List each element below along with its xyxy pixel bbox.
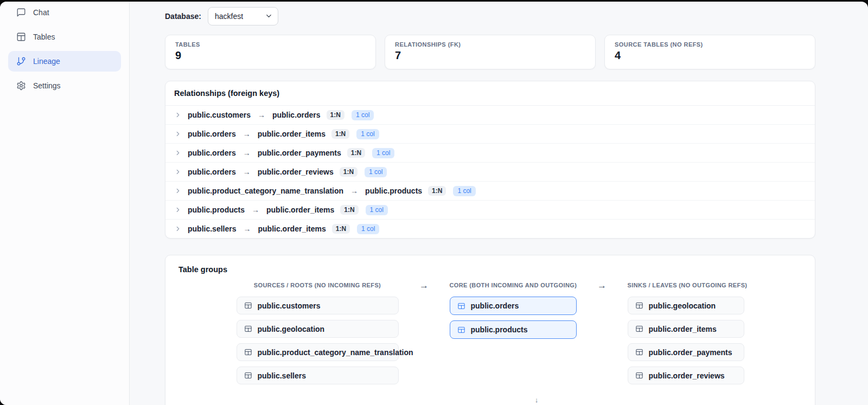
table-grid-icon bbox=[244, 371, 252, 380]
table-chip-label: public.customers bbox=[258, 301, 321, 310]
table-grid-icon bbox=[635, 325, 643, 333]
app-window: Chat Tables Lineage Settings Database: bbox=[0, 2, 868, 405]
chevron-right-icon[interactable] bbox=[174, 130, 182, 138]
cardinality-badge: 1:N bbox=[347, 148, 365, 158]
cardinality-badge: 1:N bbox=[332, 224, 350, 234]
relationships-panel-header: Relationships (foreign keys) bbox=[165, 81, 815, 106]
column-count-badge: 1 col bbox=[453, 186, 475, 196]
table-chip-label: public.order_reviews bbox=[649, 371, 725, 380]
table-grid-icon bbox=[635, 371, 643, 380]
table-chip[interactable]: public.order_items bbox=[628, 320, 744, 338]
chat-icon bbox=[16, 8, 26, 17]
relationships-panel: Relationships (foreign keys) public.cust… bbox=[165, 81, 815, 239]
table-grid-icon bbox=[244, 348, 252, 356]
relationship-target-table: public.order_payments bbox=[258, 149, 341, 157]
relationship-row[interactable]: public.product_category_name_translation… bbox=[165, 182, 815, 201]
table-chip[interactable]: public.order_reviews bbox=[628, 367, 744, 384]
column-count-badge: 1 col bbox=[365, 167, 387, 177]
stat-card-label: TABLES bbox=[175, 41, 366, 48]
tables-icon bbox=[16, 32, 26, 42]
table-chip[interactable]: public.geolocation bbox=[628, 297, 744, 314]
relationship-source-table: public.orders bbox=[188, 149, 236, 157]
stat-card-value: 4 bbox=[615, 49, 805, 62]
arrow-right-icon: → bbox=[242, 224, 252, 233]
relationship-row[interactable]: public.sellers → public.order_items 1:N … bbox=[165, 220, 815, 238]
cardinality-badge: 1:N bbox=[327, 110, 344, 120]
table-chip-label: public.geolocation bbox=[258, 325, 325, 333]
sidebar-item-settings[interactable]: Settings bbox=[8, 75, 121, 96]
stat-cards: TABLES 9 RELATIONSHIPS (FK) 7 SOURCE TAB… bbox=[165, 35, 815, 69]
table-chip[interactable]: public.product_category_name_translation bbox=[237, 343, 399, 361]
arrow-right-icon: → bbox=[242, 168, 252, 176]
table-chip-label: public.geolocation bbox=[649, 301, 716, 310]
chevron-right-icon[interactable] bbox=[174, 168, 182, 176]
table-chip-core[interactable]: public.orders bbox=[450, 297, 577, 315]
cardinality-badge: 1:N bbox=[331, 129, 349, 139]
relationship-row[interactable]: public.orders → public.order_reviews 1:N… bbox=[165, 163, 815, 182]
table-groups-panel: Table groups SOURCES / ROOTS (NO INCOMIN… bbox=[165, 255, 815, 405]
database-select-wrap: hackfest bbox=[208, 7, 278, 25]
arrow-right-icon: → bbox=[349, 187, 359, 195]
sidebar-item-label: Settings bbox=[33, 81, 61, 90]
relationship-source-table: public.sellers bbox=[188, 224, 236, 233]
group-core-list: public.orders public.products bbox=[450, 297, 577, 344]
table-chip-core[interactable]: public.products bbox=[450, 320, 577, 339]
main-content: Database: hackfest TABLES 9 RELATIONS bbox=[130, 2, 868, 405]
table-chip[interactable]: public.geolocation bbox=[237, 320, 399, 338]
arrow-right-icon: → bbox=[257, 111, 266, 119]
chevron-right-icon[interactable] bbox=[174, 225, 182, 233]
cardinality-badge: 1:N bbox=[340, 167, 358, 177]
relationship-source-table: public.customers bbox=[188, 111, 251, 119]
table-chip-label: public.order_items bbox=[649, 325, 717, 333]
settings-icon bbox=[16, 81, 26, 91]
table-grid-icon bbox=[244, 301, 252, 310]
column-count-badge: 1 col bbox=[372, 148, 394, 158]
relationship-row[interactable]: public.orders → public.order_payments 1:… bbox=[165, 144, 815, 163]
table-grid-icon bbox=[635, 301, 643, 310]
chevron-right-icon[interactable] bbox=[174, 206, 182, 214]
relationship-target-table: public.orders bbox=[272, 111, 321, 119]
table-chip[interactable]: public.sellers bbox=[237, 367, 399, 384]
sidebar-item-lineage[interactable]: Lineage bbox=[8, 51, 121, 72]
chevron-right-icon[interactable] bbox=[174, 149, 182, 157]
arrow-right-icon: → bbox=[251, 205, 260, 214]
table-grid-icon bbox=[244, 325, 252, 333]
column-count-badge: 1 col bbox=[366, 205, 388, 215]
table-grid-icon bbox=[635, 348, 643, 356]
group-sinks: SINKS / LEAVES (NO OUTGOING REFS) public… bbox=[628, 282, 744, 390]
database-label: Database: bbox=[165, 12, 201, 21]
table-chip[interactable]: public.customers bbox=[237, 297, 399, 314]
database-select[interactable]: hackfest bbox=[208, 7, 278, 25]
relationship-row[interactable]: public.customers → public.orders 1:N 1 c… bbox=[165, 106, 815, 125]
table-groups-title: Table groups bbox=[178, 265, 802, 274]
sidebar-item-tables[interactable]: Tables bbox=[8, 27, 121, 47]
arrow-down-icon: ↓ bbox=[528, 396, 545, 404]
sidebar-item-chat[interactable]: Chat bbox=[8, 2, 121, 23]
relationship-source-table: public.orders bbox=[188, 130, 236, 138]
arrow-right-icon: → bbox=[242, 130, 252, 138]
relationships-title: Relationships (foreign keys) bbox=[174, 89, 279, 98]
column-count-badge: 1 col bbox=[357, 224, 379, 234]
relationship-row[interactable]: public.products → public.order_items 1:N… bbox=[165, 201, 815, 220]
sidebar-item-label: Tables bbox=[33, 33, 55, 41]
group-sinks-header: SINKS / LEAVES (NO OUTGOING REFS) bbox=[628, 282, 744, 288]
group-core-header: CORE (BOTH INCOMING AND OUTGOING) bbox=[450, 282, 577, 288]
group-flow-arrow: → bbox=[399, 282, 450, 290]
relationships-list: public.customers → public.orders 1:N 1 c… bbox=[165, 106, 815, 238]
group-sinks-list: public.geolocation public.order_items bbox=[628, 297, 744, 390]
chevron-right-icon[interactable] bbox=[174, 111, 182, 119]
column-count-badge: 1 col bbox=[356, 129, 379, 139]
table-grid-icon bbox=[457, 326, 465, 334]
relationship-target-table: public.order_reviews bbox=[258, 168, 334, 176]
table-chip-label: public.sellers bbox=[258, 371, 306, 380]
table-groups-row: SOURCES / ROOTS (NO INCOMING REFS) publi… bbox=[178, 282, 802, 390]
arrow-right-icon: → bbox=[242, 149, 252, 157]
chevron-right-icon[interactable] bbox=[174, 187, 182, 195]
relationship-target-table: public.order_items bbox=[266, 205, 334, 214]
table-chip-label: public.orders bbox=[471, 301, 519, 310]
relationship-row[interactable]: public.orders → public.order_items 1:N 1… bbox=[165, 125, 815, 144]
cardinality-badge: 1:N bbox=[428, 186, 446, 196]
table-chip[interactable]: public.order_payments bbox=[628, 343, 744, 361]
relationship-target-table: public.order_items bbox=[258, 224, 326, 233]
relationship-source-table: public.products bbox=[188, 205, 245, 214]
